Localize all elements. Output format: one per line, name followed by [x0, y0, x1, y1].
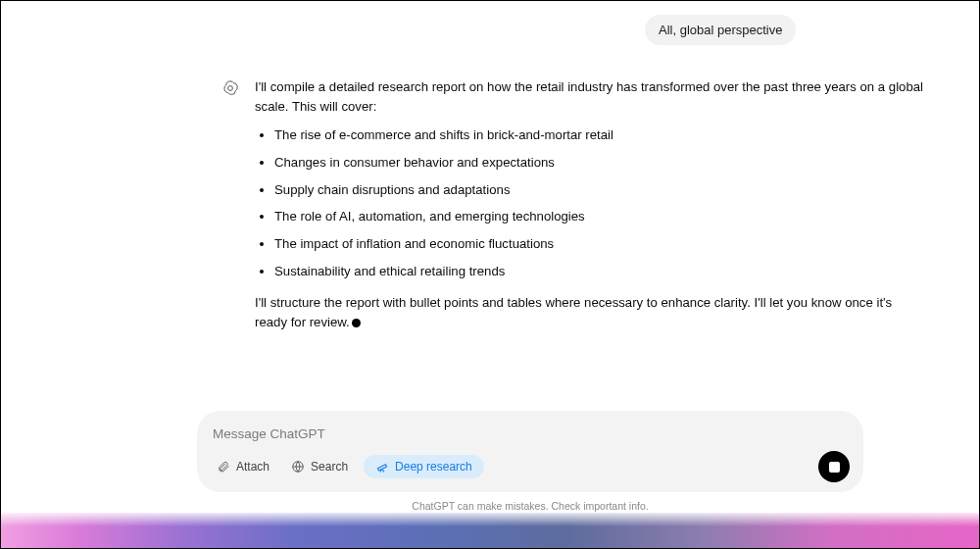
stop-button[interactable] [818, 451, 850, 482]
globe-icon [291, 460, 305, 474]
attach-label: Attach [236, 460, 270, 474]
search-button[interactable]: Search [285, 456, 354, 477]
paperclip-icon [217, 460, 230, 474]
list-item: The rise of e-commerce and shifts in bri… [274, 125, 927, 145]
list-item: The impact of inflation and economic flu… [274, 234, 927, 254]
telescope-icon [375, 460, 389, 474]
user-message-text: All, global perspective [659, 23, 782, 37]
deep-research-button[interactable]: Deep research [364, 455, 484, 478]
attach-button[interactable]: Attach [211, 456, 275, 477]
assistant-bullets: The rise of e-commerce and shifts in bri… [255, 125, 927, 281]
composer: Attach Search Deep res [197, 411, 863, 492]
svg-point-0 [228, 86, 233, 91]
search-label: Search [311, 460, 348, 474]
openai-icon [221, 79, 239, 97]
assistant-message: I'll compile a detailed research report … [221, 77, 927, 333]
streaming-cursor-icon [352, 319, 361, 327]
list-item: Changes in consumer behavior and expecta… [274, 153, 927, 173]
assistant-intro: I'll compile a detailed research report … [255, 77, 927, 118]
footer-note: ChatGPT can make mistakes. Check importa… [197, 500, 863, 512]
stop-icon [829, 462, 840, 473]
decorative-gradient [1, 513, 979, 548]
assistant-outro: I'll structure the report with bullet po… [255, 293, 927, 333]
deep-research-label: Deep research [395, 460, 472, 474]
list-item: Supply chain disruptions and adaptations [274, 180, 927, 200]
message-input[interactable] [211, 423, 850, 451]
user-message-pill: All, global perspective [645, 15, 796, 45]
list-item: The role of AI, automation, and emerging… [274, 207, 927, 226]
list-item: Sustainability and ethical retailing tre… [274, 262, 927, 281]
